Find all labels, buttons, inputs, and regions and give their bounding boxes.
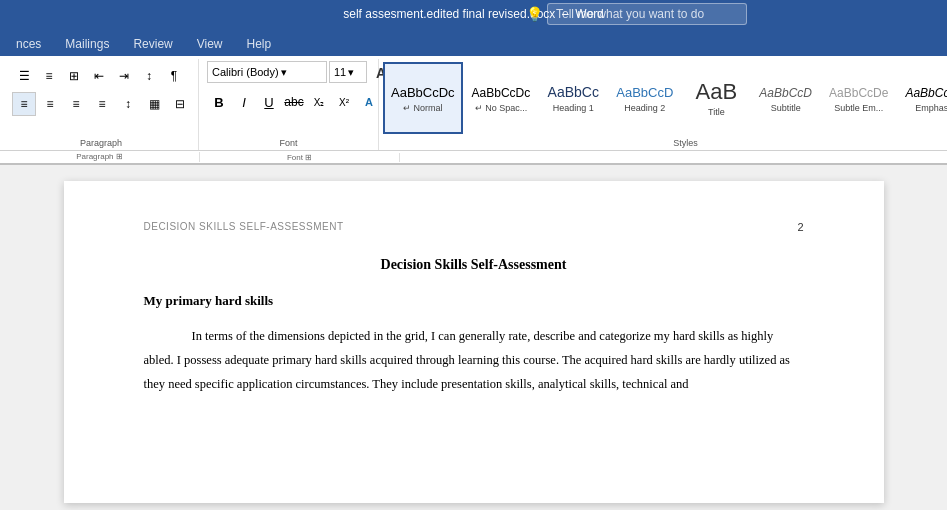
tab-mailings[interactable]: Mailings [53,32,121,56]
tab-help[interactable]: Help [235,32,284,56]
tab-nces[interactable]: nces [4,32,53,56]
font-name-text: Calibri (Body) [212,66,279,78]
document-area: DECISION SKILLS SELF-ASSESSMENT 2 Decisi… [0,165,947,510]
style-title-preview: AaB [696,79,738,105]
list-btns: ☰ ≡ ⊞ ⇤ ⇥ ↕ ¶ [12,64,186,88]
font-size-text: 11 [334,66,346,78]
tell-me-input[interactable] [547,3,747,25]
document-subtitle: My primary hard skills [144,293,804,309]
underline-btn[interactable]: U [257,90,281,114]
text-effects-btn[interactable]: A [357,90,381,114]
style-subtle-preview: AaBbCcDe [829,83,888,101]
unordered-list-btn[interactable]: ☰ [12,64,36,88]
superscript-btn[interactable]: X² [332,90,356,114]
subscript-btn[interactable]: X₂ [307,90,331,114]
shading-btn[interactable]: ▦ [142,92,166,116]
style-title-label: Title [708,107,725,117]
style-h1-label: Heading 1 [553,103,594,113]
style-emphasis-label: Emphasis [915,103,947,113]
styles-section: AaBbCcDc ↵ Normal AaBbCcDc ↵ No Spac... … [379,59,947,150]
font-size-btn[interactable]: 11 ▾ [329,61,367,83]
filename: self assesment.edited final revised.docx [343,7,555,21]
align-right-btn[interactable]: ≡ [64,92,88,116]
font-section-label: Font [279,138,297,148]
page-header-title: DECISION SKILLS SELF-ASSESSMENT [144,221,344,232]
dropdown-arrow: ▾ [281,66,287,79]
style-emphasis[interactable]: AaBbCcDe Emphasis [897,62,947,134]
page-header: DECISION SKILLS SELF-ASSESSMENT 2 [144,221,804,233]
style-normal-preview: AaBbCcDc [391,83,455,101]
style-nospace-preview: AaBbCcDc [472,83,531,101]
align-left-btn[interactable]: ≡ [12,92,36,116]
clipboard-section: ☰ ≡ ⊞ ⇤ ⇥ ↕ ¶ ≡ ≡ ≡ ≡ ↕ ▦ ⊟ Paragraph [4,59,199,150]
ordered-list-btn[interactable]: ≡ [37,64,61,88]
show-formatting-btn[interactable]: ¶ [162,64,186,88]
multilevel-list-btn[interactable]: ⊞ [62,64,86,88]
group-labels-bar: Paragraph ⊞ Font ⊞ [0,151,947,165]
decrease-indent-btn[interactable]: ⇤ [87,64,111,88]
borders-btn[interactable]: ⊟ [168,92,192,116]
line-spacing-btn[interactable]: ↕ [116,92,140,116]
increase-indent-btn[interactable]: ⇥ [112,64,136,88]
style-h2-preview: AaBbCcD [616,83,673,101]
style-nospace-label: ↵ No Spac... [475,103,528,113]
paragraph-group-label: Paragraph ⊞ [0,152,200,162]
style-h2-label: Heading 2 [624,103,665,113]
style-emphasis-preview: AaBbCcDe [905,83,947,101]
style-heading1[interactable]: AaBbCc Heading 1 [539,62,607,134]
size-dropdown-arrow: ▾ [348,66,354,79]
styles-label: Styles [673,138,698,148]
font-family-btn[interactable]: Calibri (Body) ▾ [207,61,327,83]
ribbon-tabs: nces Mailings Review View Help [0,28,947,56]
style-h1-preview: AaBbCc [548,83,599,101]
style-subtitle-preview: AaBbCcD [759,83,812,101]
style-title[interactable]: AaB Title [682,62,750,134]
font-group-label: Font ⊞ [200,153,400,162]
tab-review[interactable]: Review [121,32,184,56]
style-subtle-emphasis[interactable]: AaBbCcDe Subtle Em... [821,62,896,134]
lightbulb-icon: 💡 [526,6,543,22]
paragraph-label: Paragraph [80,138,122,148]
italic-btn[interactable]: I [232,90,256,114]
bold-btn[interactable]: B [207,90,231,114]
page-number: 2 [797,221,803,233]
style-subtitle-label: Subtitle [771,103,801,113]
style-normal-label: ↵ Normal [403,103,443,113]
style-subtle-label: Subtle Em... [834,103,883,113]
document-page: DECISION SKILLS SELF-ASSESSMENT 2 Decisi… [64,181,884,503]
tab-view[interactable]: View [185,32,235,56]
align-center-btn[interactable]: ≡ [38,92,62,116]
style-normal[interactable]: AaBbCcDc ↵ Normal [383,62,463,134]
font-section: Calibri (Body) ▾ 11 ▾ A A ✕ B I U abc X₂… [199,59,379,150]
title-bar: self assesment.edited final revised.docx… [0,0,947,28]
justify-btn[interactable]: ≡ [90,92,114,116]
style-subtitle[interactable]: AaBbCcD Subtitle [751,62,820,134]
ribbon-tools: ☰ ≡ ⊞ ⇤ ⇥ ↕ ¶ ≡ ≡ ≡ ≡ ↕ ▦ ⊟ Paragraph Ca… [0,56,947,151]
style-nospace[interactable]: AaBbCcDc ↵ No Spac... [464,62,539,134]
tell-me-area[interactable]: 💡 [526,3,747,25]
sort-btn[interactable]: ↕ [137,64,161,88]
document-title-text: Decision Skills Self-Assessment [144,257,804,273]
document-paragraph: In terms of the dimensions depicted in t… [144,325,804,396]
style-heading2[interactable]: AaBbCcD Heading 2 [608,62,681,134]
strikethrough-btn[interactable]: abc [282,90,306,114]
